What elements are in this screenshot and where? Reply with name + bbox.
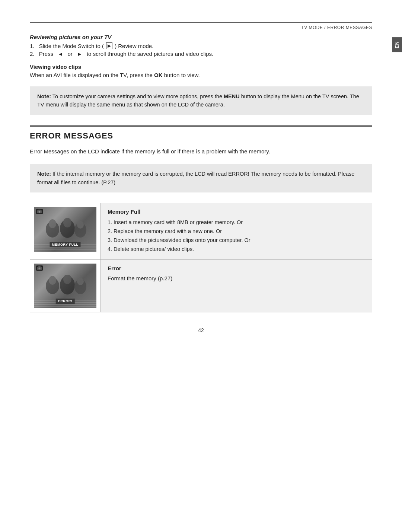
error-messages-heading: ERROR MESSAGES bbox=[30, 125, 372, 141]
arrow-right-icon: ► bbox=[77, 51, 82, 57]
note1-text: To customize your camera settings and to… bbox=[51, 93, 224, 99]
svg-point-21 bbox=[77, 278, 84, 285]
clips-text-prefix: When an AVI file is displayed on the TV,… bbox=[30, 72, 154, 78]
memory-full-item-4: 4. Delete some pictures/ video clips. bbox=[108, 245, 365, 253]
review-step2: 2. Press ◄ or ► to scroll through the sa… bbox=[30, 51, 372, 57]
note2-text: If the internal memory or the memory car… bbox=[37, 171, 354, 185]
mode-icon: ▶ bbox=[106, 42, 112, 49]
camera-icon-2 bbox=[36, 265, 43, 271]
step1-text-prefix: Slide the Mode Switch to ( bbox=[39, 43, 104, 49]
reviewing-title: Reviewing pictures on your TV bbox=[30, 34, 372, 40]
error-format-text: Format the memory (p.27) bbox=[108, 275, 365, 281]
reviewing-section: Reviewing pictures on your TV 1. Slide t… bbox=[30, 34, 372, 57]
review-step1: 1. Slide the Mode Switch to ( ▶ ) Review… bbox=[30, 42, 372, 49]
step1-text-suffix: ) Review mode. bbox=[115, 43, 153, 49]
en-tab: EN bbox=[392, 37, 402, 52]
error-image-label: ERROR! bbox=[56, 299, 75, 304]
note2-bold-prefix: Note: bbox=[37, 171, 51, 177]
svg-rect-2 bbox=[38, 210, 41, 211]
viewing-clips-title: Viewing video clips bbox=[30, 64, 372, 70]
page-number: 42 bbox=[30, 327, 372, 333]
mode-icon-arrow: ▶ bbox=[108, 43, 111, 48]
svg-point-1 bbox=[39, 211, 41, 213]
svg-point-4 bbox=[49, 219, 56, 228]
memory-full-list: 1. Insert a memory card with 8MB or grea… bbox=[108, 219, 365, 253]
viewing-clips-text: When an AVI file is displayed on the TV,… bbox=[30, 72, 372, 78]
clips-ok-bold: OK bbox=[154, 72, 163, 78]
svg-rect-15 bbox=[38, 266, 41, 267]
error-row-error: ERROR! Error Format the memory (p.27) bbox=[30, 260, 372, 312]
step1-number: 1. bbox=[30, 43, 38, 49]
svg-point-19 bbox=[63, 275, 71, 284]
memory-full-content: Memory Full 1. Insert a memory card with… bbox=[101, 203, 372, 260]
top-bar: TV MODE / ERROR MESSAGES bbox=[30, 22, 372, 30]
viewing-video-clips-section: Viewing video clips When an AVI file is … bbox=[30, 64, 372, 78]
svg-point-6 bbox=[63, 218, 71, 227]
svg-point-14 bbox=[39, 268, 41, 270]
step2-suffix: to scroll through the saved pictures and… bbox=[87, 51, 213, 57]
error-table: MEMORY FULL Memory Full 1. Insert a memo… bbox=[30, 203, 372, 312]
note-box-1: Note: To customize your camera settings … bbox=[30, 86, 372, 115]
section-header-label: TV MODE / ERROR MESSAGES bbox=[301, 25, 372, 30]
note1-menu-bold: MENU bbox=[224, 93, 240, 99]
step2-or: or bbox=[67, 51, 72, 57]
svg-point-17 bbox=[49, 276, 56, 285]
camera-icon-1 bbox=[36, 209, 43, 214]
svg-point-8 bbox=[77, 221, 84, 229]
reviewing-list: 1. Slide the Mode Switch to ( ▶ ) Review… bbox=[30, 42, 372, 57]
memory-full-item-3: 3. Download the pictures/video clips ont… bbox=[108, 236, 365, 244]
memory-full-item-1: 1. Insert a memory card with 8MB or grea… bbox=[108, 219, 365, 226]
note1-bold-prefix: Note: bbox=[37, 93, 51, 99]
clips-text-suffix: button to view. bbox=[163, 72, 200, 78]
error-row-memory-full: MEMORY FULL Memory Full 1. Insert a memo… bbox=[30, 203, 372, 260]
error-image-cell: ERROR! bbox=[30, 260, 101, 312]
memory-full-title: Memory Full bbox=[108, 208, 365, 215]
note-box-2: Note: If the internal memory or the memo… bbox=[30, 164, 372, 192]
memory-full-label: MEMORY FULL bbox=[50, 242, 81, 247]
memory-full-camera-image: MEMORY FULL bbox=[34, 207, 96, 252]
step2-press: Press bbox=[39, 51, 53, 57]
error-description: Error Messages on the LCD indicate if th… bbox=[30, 147, 372, 156]
arrow-left-icon: ◄ bbox=[58, 51, 63, 57]
memory-full-item-2: 2. Replace the memory card with a new on… bbox=[108, 227, 365, 235]
error-content: Error Format the memory (p.27) bbox=[101, 260, 372, 312]
step2-number: 2. bbox=[30, 51, 38, 57]
page-container: TV MODE / ERROR MESSAGES EN Reviewing pi… bbox=[0, 0, 402, 532]
memory-full-image-cell: MEMORY FULL bbox=[30, 203, 101, 260]
error-camera-image: ERROR! bbox=[34, 264, 96, 308]
error-title: Error bbox=[108, 265, 365, 271]
